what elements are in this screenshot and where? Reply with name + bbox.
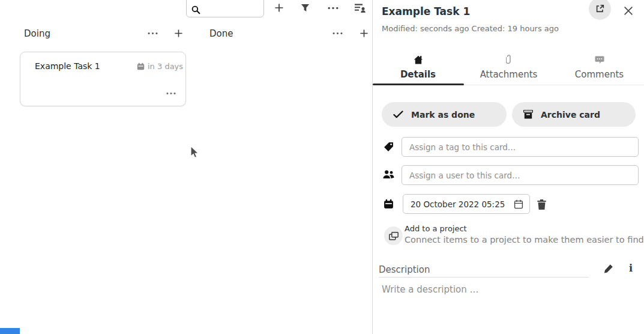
board-menu-button[interactable] (325, 0, 342, 16)
mouse-cursor (190, 145, 199, 160)
card-menu-button[interactable] (163, 88, 179, 99)
detail-tabs: Details Attachments Comments (373, 49, 644, 85)
more-dots-icon (148, 32, 158, 35)
edit-description-button[interactable] (601, 261, 616, 276)
comment-icon (595, 56, 604, 64)
trash-icon (537, 199, 546, 210)
calendar-icon (137, 62, 145, 70)
assignee-list-button[interactable] (352, 0, 369, 16)
description-info-button[interactable]: i (624, 260, 638, 276)
home-icon (414, 55, 423, 64)
description-divider (379, 277, 589, 278)
search-icon (191, 5, 200, 14)
add-card-button[interactable] (271, 0, 287, 16)
plus-icon (274, 3, 284, 13)
search-box[interactable] (186, 0, 264, 17)
done-column-add-button[interactable] (356, 26, 372, 40)
tab-label: Details (400, 69, 436, 80)
doing-column-menu-button[interactable] (145, 26, 160, 40)
due-date-value: 20 October 2022 05:25 (411, 199, 514, 209)
filter-button[interactable] (296, 0, 313, 16)
tab-attachments[interactable]: Attachments (463, 49, 554, 85)
tab-label: Comments (575, 69, 624, 80)
card-detail-panel: Example Task 1 Modified: seconds ago Cre… (372, 0, 644, 334)
check-icon (393, 111, 403, 118)
add-to-project-subtitle: Connect items to a project to make them … (405, 235, 644, 244)
plus-icon (360, 29, 369, 38)
mark-as-done-button[interactable]: Mark as done (382, 102, 507, 127)
description-editor[interactable]: Write a description … (382, 284, 634, 326)
task-card[interactable] (20, 52, 186, 106)
more-dots-icon (328, 7, 339, 10)
done-column-menu-button[interactable] (330, 26, 345, 40)
selection-highlight-artifact (0, 328, 20, 334)
pencil-icon (604, 264, 613, 273)
paperclip-icon (506, 54, 512, 64)
close-panel-button[interactable] (621, 4, 636, 18)
mark-as-done-label: Mark as done (411, 110, 475, 120)
assign-tag-input[interactable] (402, 137, 639, 157)
panel-meta: Modified: seconds ago Created: 19 hours … (382, 24, 559, 33)
doing-column-add-button[interactable] (170, 26, 186, 40)
filter-funnel-icon (301, 4, 310, 12)
project-windows-icon (389, 232, 399, 240)
more-dots-icon (166, 92, 176, 95)
close-icon (624, 7, 633, 15)
open-in-window-button[interactable] (589, 0, 611, 20)
calendar-icon (384, 199, 394, 209)
card-due-label: in 3 days (148, 62, 183, 71)
card-title: Example Task 1 (35, 61, 100, 71)
external-link-icon (595, 4, 604, 13)
assignee-list-icon (355, 4, 366, 13)
column-title-doing: Doing (24, 28, 50, 39)
tab-comments[interactable]: Comments (554, 49, 644, 85)
plus-icon (174, 29, 183, 38)
add-to-project-button[interactable] (384, 226, 403, 245)
tab-label: Attachments (480, 69, 538, 80)
due-date-field[interactable]: 20 October 2022 05:25 (403, 194, 530, 214)
archive-icon (523, 110, 533, 119)
active-tab-indicator (373, 84, 464, 85)
description-label: Description (379, 264, 430, 275)
tag-icon (384, 142, 394, 152)
archive-card-button[interactable]: Archive card (512, 102, 636, 127)
remove-date-button[interactable] (534, 196, 549, 212)
archive-card-label: Archive card (541, 110, 600, 120)
assign-user-input[interactable] (402, 165, 639, 185)
more-dots-icon (333, 32, 343, 35)
tab-details[interactable]: Details (373, 49, 463, 85)
search-input[interactable] (204, 2, 259, 14)
calendar-picker-icon[interactable] (514, 199, 523, 209)
kanban-board: Doing Done Example Task 1 in 3 days (0, 0, 372, 334)
column-title-done: Done (209, 28, 233, 39)
users-icon (383, 169, 394, 179)
panel-title: Example Task 1 (382, 5, 470, 17)
add-to-project-label[interactable]: Add to a project (405, 224, 467, 233)
